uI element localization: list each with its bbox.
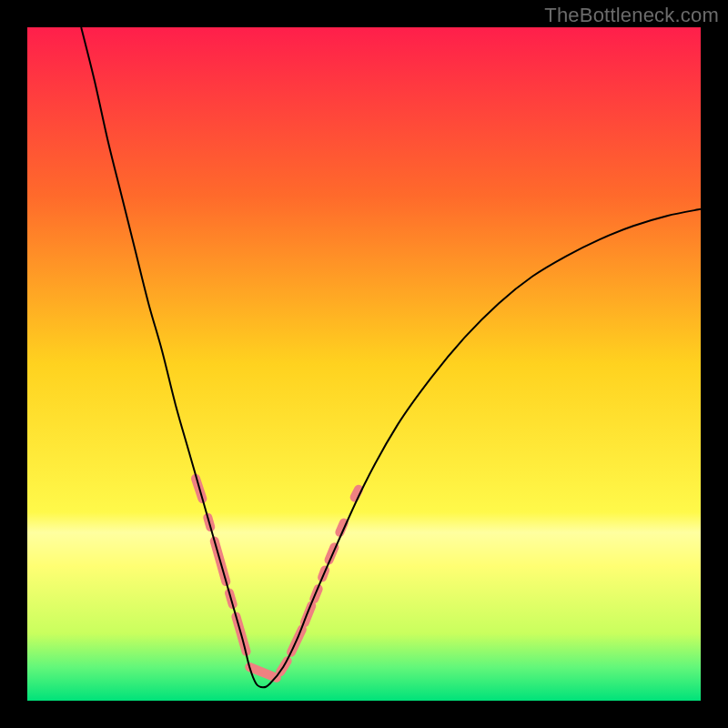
watermark-text: TheBottleneck.com [544,4,719,27]
plot-area [27,27,701,701]
bottleneck-chart [27,27,701,701]
gradient-background [27,27,701,701]
highlight-segment [305,606,311,623]
chart-frame: TheBottleneck.com [0,0,728,728]
